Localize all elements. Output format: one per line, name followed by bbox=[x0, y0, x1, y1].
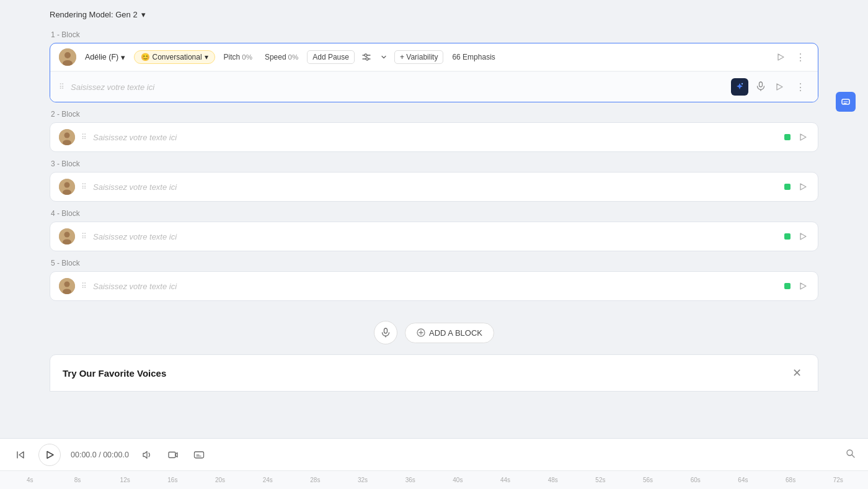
right-float-btn[interactable] bbox=[836, 92, 856, 112]
time-display: 00:00.0 / 00:00.0 bbox=[71, 451, 129, 459]
svg-rect-18 bbox=[384, 328, 388, 333]
tick-13: 52s bbox=[577, 477, 624, 483]
svg-point-13 bbox=[64, 232, 70, 238]
voice-selector-btn[interactable]: Adélie (F) ▾ bbox=[81, 51, 129, 64]
block-section-5: 5 - Block ⠿ Saisissez votre texte ici bbox=[50, 259, 818, 301]
captions-btn[interactable] bbox=[191, 447, 207, 463]
add-block-area: ADD A BLOCK bbox=[50, 308, 818, 354]
pitch-btn[interactable]: Pitch 0% bbox=[220, 51, 256, 63]
avatar-5 bbox=[59, 278, 75, 294]
block-2-row: ⠿ Saisissez votre texte ici bbox=[50, 123, 818, 151]
rendering-model-chevron: ▾ bbox=[141, 10, 146, 19]
avatar-1 bbox=[59, 48, 76, 66]
style-selector-btn[interactable]: 😊 Conversational ▾ bbox=[134, 50, 215, 64]
tick-10: 40s bbox=[434, 477, 482, 483]
tick-18: 72s bbox=[814, 477, 862, 483]
block-card-2: ⠿ Saisissez votre texte ici bbox=[50, 122, 818, 152]
block-4-text-input[interactable]: Saisissez votre texte ici bbox=[93, 232, 778, 241]
search-btn[interactable] bbox=[846, 449, 856, 460]
block-section-4: 4 - Block ⠿ Saisissez votre texte ici bbox=[50, 209, 818, 251]
block-label-4: 4 - Block bbox=[50, 209, 818, 218]
block-1-toolbar: Adélie (F) ▾ 😊 Conversational ▾ Pitch 0%… bbox=[50, 43, 818, 71]
block-3-row: ⠿ Saisissez votre texte ici bbox=[50, 173, 818, 201]
tick-16: 64s bbox=[719, 477, 767, 483]
tick-4: 16s bbox=[149, 477, 197, 483]
tick-3: 12s bbox=[101, 477, 149, 483]
drag-handle-3[interactable]: ⠿ bbox=[81, 182, 87, 191]
block-1-play-btn[interactable] bbox=[774, 51, 787, 63]
tick-2: 8s bbox=[54, 477, 102, 483]
drag-handle-5[interactable]: ⠿ bbox=[81, 282, 87, 290]
drag-handle-4[interactable]: ⠿ bbox=[81, 232, 87, 241]
add-pause-btn[interactable]: Add Pause bbox=[307, 50, 355, 64]
rendering-model-label: Rendering Model: Gen 2 bbox=[50, 10, 138, 19]
emphasis-btn[interactable]: 66 Emphasis bbox=[448, 51, 498, 63]
block-4-play-btn[interactable] bbox=[797, 230, 809, 243]
skip-back-btn[interactable] bbox=[12, 447, 29, 463]
block-card-1: Adélie (F) ▾ 😊 Conversational ▾ Pitch 0%… bbox=[50, 43, 818, 102]
svg-rect-24 bbox=[169, 452, 175, 457]
tick-14: 56s bbox=[624, 477, 672, 483]
block-2-play-btn[interactable] bbox=[797, 131, 809, 143]
svg-rect-4 bbox=[760, 82, 763, 87]
block-section-2: 2 - Block ⠿ Saisissez votre texte ici bbox=[50, 110, 818, 152]
svg-line-27 bbox=[852, 455, 854, 457]
block-label-3: 3 - Block bbox=[50, 159, 818, 168]
main-play-btn[interactable] bbox=[38, 444, 61, 466]
drag-handle-1[interactable]: ⠿ bbox=[59, 83, 64, 91]
add-block-btn[interactable]: ADD A BLOCK bbox=[405, 323, 494, 343]
tick-9: 36s bbox=[386, 477, 434, 483]
tick-12: 48s bbox=[529, 477, 577, 483]
green-dot-5 bbox=[784, 283, 790, 289]
block-2-text-input[interactable]: Saisissez votre texte ici bbox=[93, 133, 778, 142]
block-3-text-input[interactable]: Saisissez votre texte ici bbox=[93, 182, 778, 192]
speed-btn[interactable]: Speed 0% bbox=[261, 51, 302, 63]
svg-point-10 bbox=[64, 182, 70, 188]
svg-point-1 bbox=[64, 52, 71, 58]
svg-point-3 bbox=[742, 83, 743, 84]
voices-panel-close-btn[interactable]: ✕ bbox=[789, 365, 805, 381]
volume-btn[interactable] bbox=[139, 447, 155, 463]
drag-handle-2[interactable]: ⠿ bbox=[81, 133, 87, 141]
block-card-3: ⠿ Saisissez votre texte ici bbox=[50, 172, 818, 202]
voices-panel-title: Try Our Favorite Voices bbox=[63, 368, 166, 379]
block-section-1: 1 - Block Adélie (F) ▾ 😊 Conversational bbox=[50, 30, 818, 102]
block-3-play-btn[interactable] bbox=[797, 181, 809, 193]
avatar-2 bbox=[59, 129, 75, 145]
block-1-mic-btn[interactable] bbox=[755, 80, 767, 94]
block-1-text-input[interactable]: Saisissez votre texte ici bbox=[71, 83, 725, 92]
block-label-1: 1 - Block bbox=[50, 30, 818, 39]
block-1-inner-play-btn[interactable] bbox=[773, 81, 786, 93]
voices-panel: Try Our Favorite Voices ✕ bbox=[50, 354, 818, 392]
block-5-play-btn[interactable] bbox=[797, 280, 809, 292]
tick-8: 32s bbox=[339, 477, 387, 483]
tick-11: 44s bbox=[482, 477, 529, 483]
green-dot-3 bbox=[784, 184, 790, 190]
audio-settings-icon-btn[interactable] bbox=[360, 50, 373, 64]
tick-6: 24s bbox=[244, 477, 291, 483]
player-bar: 00:00.0 / 00:00.0 bbox=[0, 438, 868, 470]
svg-point-16 bbox=[64, 282, 70, 287]
block-1-text-area: ⠿ Saisissez votre texte ici bbox=[50, 71, 818, 102]
avatar-4 bbox=[59, 228, 75, 244]
variability-btn[interactable]: + Variability bbox=[394, 50, 443, 64]
tick-17: 68s bbox=[767, 477, 815, 483]
add-mic-btn[interactable] bbox=[374, 321, 397, 344]
block-1-more-btn[interactable]: ⋮ bbox=[792, 50, 809, 65]
avatar-3 bbox=[59, 179, 75, 195]
block-5-text-input[interactable]: Saisissez votre texte ici bbox=[93, 282, 778, 291]
block-card-5: ⠿ Saisissez votre texte ici bbox=[50, 271, 818, 301]
ai-icon-1 bbox=[731, 78, 748, 96]
block-5-row: ⠿ Saisissez votre texte ici bbox=[50, 272, 818, 300]
block-card-4: ⠿ Saisissez votre texte ici bbox=[50, 222, 818, 251]
tick-7: 28s bbox=[291, 477, 339, 483]
tick-5: 20s bbox=[197, 477, 244, 483]
add-block-label: ADD A BLOCK bbox=[429, 328, 482, 338]
audio-settings-chevron-btn[interactable] bbox=[378, 52, 389, 63]
tick-1: 4s bbox=[6, 477, 54, 483]
rendering-model-selector[interactable]: Rendering Model: Gen 2 ▾ bbox=[50, 10, 818, 19]
tick-15: 60s bbox=[671, 477, 719, 483]
block-label-2: 2 - Block bbox=[50, 110, 818, 119]
video-btn[interactable] bbox=[165, 447, 181, 463]
block-1-inner-more-btn[interactable]: ⋮ bbox=[792, 79, 809, 95]
